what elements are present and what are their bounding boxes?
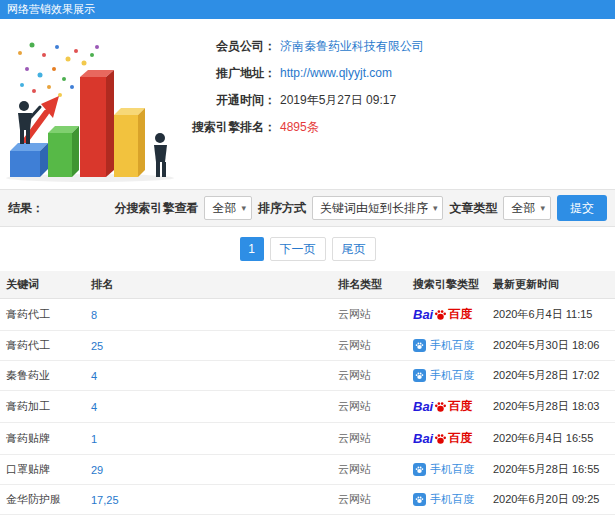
page-1-button[interactable]: 1	[240, 237, 264, 261]
submit-button[interactable]: 提交	[557, 195, 607, 221]
sort-filter-select[interactable]: 关键词由短到长排序 ▾	[312, 196, 444, 220]
table-row: 金华防护服 17,25 云网站 Bai 百度	[0, 485, 615, 515]
bar-green	[48, 126, 79, 177]
sort-filter-label: 排序方式	[258, 200, 306, 217]
rank-type-cell: 云网站	[332, 391, 407, 423]
baidu-logo: Bai 百度	[413, 430, 472, 447]
keyword-cell: 福建防护服	[0, 515, 85, 520]
results-table-body: 膏药代工 8 云网站 Bai 百度	[0, 299, 615, 520]
mobile-baidu-icon	[413, 463, 426, 476]
chevron-down-icon: ▾	[433, 203, 438, 213]
results-table: 关键词 排名 排名类型 搜索引擎类型 最新更新时间 膏药代工 8 云网站 Bai…	[0, 271, 615, 520]
rank-link[interactable]: 17,25	[91, 494, 119, 506]
type-filter-label: 文章类型	[449, 200, 497, 217]
site-label: 推广地址：	[172, 65, 276, 82]
table-row: 口罩贴牌 29 云网站 Bai 百度	[0, 455, 615, 485]
rank-type-cell: 云网站	[332, 361, 407, 391]
column-header-updated: 最新更新时间	[487, 271, 615, 299]
rank-link[interactable]: 4	[91, 401, 97, 413]
engine-cell: Bai 百度	[407, 391, 487, 423]
updated-cell: 2020年5月28日 18:03	[487, 391, 615, 423]
updated-cell: 2020年6月4日 16:55	[487, 423, 615, 455]
engine-filter-label: 分搜索引擎查看	[114, 200, 198, 217]
bar-blue	[10, 143, 48, 177]
keyword-cell: 膏药贴牌	[0, 423, 85, 455]
mobile-baidu-icon	[413, 369, 426, 382]
results-section-label: 结果：	[8, 200, 44, 217]
rank-link[interactable]: 4	[91, 370, 97, 382]
baidu-logo: Bai 百度	[413, 398, 472, 415]
bar-yellow	[114, 108, 145, 177]
mobile-baidu-badge: 手机百度	[413, 462, 474, 477]
opened-value: 2019年5月27日 09:17	[280, 92, 396, 109]
mobile-baidu-label: 手机百度	[430, 492, 474, 507]
company-field: 会员公司： 济南秦鲁药业科技有限公司	[172, 37, 424, 55]
last-page-button[interactable]: 尾页	[332, 237, 376, 261]
updated-cell: 2020年5月28日 17:02	[487, 361, 615, 391]
site-link[interactable]: http://www.qlyyjt.com	[280, 66, 392, 80]
opened-field: 开通时间： 2019年5月27日 09:17	[172, 91, 424, 109]
next-page-button[interactable]: 下一页	[270, 237, 326, 261]
rank-type-cell: 云网站	[332, 455, 407, 485]
growth-chart-illustration	[2, 25, 174, 185]
updated-cell: 2020年6月4日 11:15	[487, 299, 615, 331]
rank-link[interactable]: 1	[91, 433, 97, 445]
mobile-baidu-badge: 手机百度	[413, 338, 474, 353]
rank-type-cell: 云网站	[332, 299, 407, 331]
rank-type-cell: 云网站	[332, 485, 407, 515]
engine-cell: Bai 百度	[407, 423, 487, 455]
keyword-cell: 膏药代工	[0, 299, 85, 331]
window-title-bar: 网络营销效果展示	[0, 0, 615, 19]
column-header-rank: 排名	[85, 271, 332, 299]
keyword-cell: 口罩贴牌	[0, 455, 85, 485]
businessman-right	[154, 133, 167, 177]
type-filter-select[interactable]: 全部 ▾	[503, 196, 551, 220]
page-title: 网络营销效果展示	[7, 3, 95, 15]
rank-link[interactable]: 25	[91, 340, 103, 352]
opened-label: 开通时间：	[172, 92, 276, 109]
keyword-cell: 膏药代工	[0, 331, 85, 361]
engine-filter-value: 全部	[212, 200, 236, 217]
table-row: 秦鲁药业 4 云网站 Bai 百度	[0, 361, 615, 391]
updated-cell: 2020年6月4日 11:10	[487, 515, 615, 520]
column-header-engine: 搜索引擎类型	[407, 271, 487, 299]
engine-cell: Bai 百度	[407, 361, 487, 391]
table-row: 膏药代工 25 云网站 Bai 百度	[0, 331, 615, 361]
baidu-paw-icon	[434, 432, 447, 445]
filter-bar: 结果： 分搜索引擎查看 全部 ▾ 排序方式 关键词由短到长排序 ▾ 文章类型 全…	[0, 189, 615, 227]
keyword-cell: 膏药加工	[0, 391, 85, 423]
engine-cell: Bai 百度	[407, 515, 487, 520]
site-field: 推广地址： http://www.qlyyjt.com	[172, 64, 424, 82]
type-filter-value: 全部	[511, 200, 535, 217]
chevron-down-icon: ▾	[241, 203, 246, 213]
member-info-section: 会员公司： 济南秦鲁药业科技有限公司 推广地址： http://www.qlyy…	[0, 19, 615, 189]
engine-cell: Bai 百度	[407, 455, 487, 485]
baidu-logo: Bai 百度	[413, 306, 472, 323]
updated-cell: 2020年6月20日 09:25	[487, 485, 615, 515]
company-label: 会员公司：	[172, 38, 276, 55]
keyword-cell: 金华防护服	[0, 485, 85, 515]
mobile-baidu-badge: 手机百度	[413, 492, 474, 507]
rank-link[interactable]: 29	[91, 464, 103, 476]
member-fields: 会员公司： 济南秦鲁药业科技有限公司 推广地址： http://www.qlyy…	[172, 37, 424, 136]
mobile-baidu-icon	[413, 493, 426, 506]
updated-cell: 2020年5月30日 18:06	[487, 331, 615, 361]
company-link[interactable]: 济南秦鲁药业科技有限公司	[280, 38, 424, 55]
ranking-count: 4895条	[280, 119, 319, 136]
baidu-paw-icon	[434, 308, 447, 321]
ranking-field: 搜索引擎排名： 4895条	[172, 118, 424, 136]
table-row: 膏药加工 4 云网站 Bai 百度	[0, 391, 615, 423]
engine-cell: Bai 百度	[407, 331, 487, 361]
chevron-down-icon: ▾	[540, 203, 545, 213]
rank-link[interactable]: 8	[91, 309, 97, 321]
column-header-keyword: 关键词	[0, 271, 85, 299]
updated-cell: 2020年5月28日 16:55	[487, 455, 615, 485]
sort-filter-value: 关键词由短到长排序	[320, 200, 428, 217]
keyword-cell: 秦鲁药业	[0, 361, 85, 391]
engine-cell: Bai 百度	[407, 485, 487, 515]
rank-type-cell: 云网站	[332, 331, 407, 361]
engine-filter-select[interactable]: 全部 ▾	[204, 196, 252, 220]
pagination: 1 下一页 尾页	[0, 227, 615, 271]
table-header-row: 关键词 排名 排名类型 搜索引擎类型 最新更新时间	[0, 271, 615, 299]
table-row: 福建防护服 10 云网站 Bai 百度	[0, 515, 615, 520]
